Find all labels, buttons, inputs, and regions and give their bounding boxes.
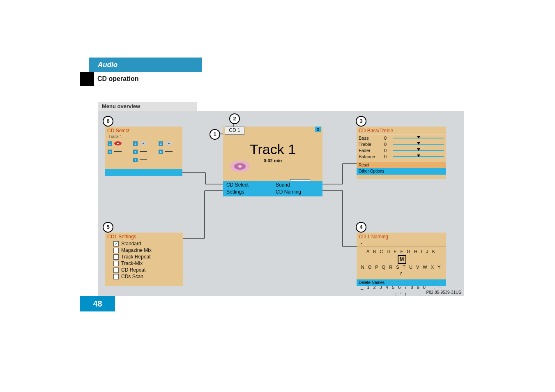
sound-row-label: Fader xyxy=(357,148,380,153)
slider[interactable] xyxy=(393,154,444,159)
panel-cd-select-footer xyxy=(105,169,182,176)
sound-row-value: 0 xyxy=(380,154,391,159)
cd-slot-1-label: 1 xyxy=(108,141,112,146)
cd-slot-4[interactable]: 4 xyxy=(108,149,126,154)
subsection-header: Menu overview xyxy=(98,102,197,111)
panel-settings: CD1 Settings ✔ Standard Magazine Mix Tra… xyxy=(105,233,183,286)
settings-item-label: Magazine Mix xyxy=(121,247,152,253)
empty-slot-icon xyxy=(140,159,147,160)
slider[interactable] xyxy=(393,148,444,152)
svg-point-19 xyxy=(117,143,119,144)
settings-item-label: Standard xyxy=(121,241,141,247)
settings-item[interactable]: CDs Scan xyxy=(105,273,183,280)
keyboard-row-2: N O P Q R S T U V W X Y Z xyxy=(361,265,442,277)
cd-label-button[interactable]: CD 1 xyxy=(225,127,244,135)
cd-slot-2[interactable]: 2 xyxy=(133,141,151,146)
menu-cd-naming[interactable]: CD Naming xyxy=(276,189,319,196)
menu-overview-diagram: 6 1 2 3 4 5 CD Select Track 1 1 2 xyxy=(98,111,464,296)
callout-1: 1 xyxy=(210,129,220,140)
main-bottom-menu: CD Select Sound Settings CD Naming xyxy=(223,181,322,196)
menu-cd-select[interactable]: CD Select xyxy=(226,182,270,189)
cd-slot-1[interactable]: 1 xyxy=(108,141,126,146)
slider[interactable] xyxy=(393,142,444,146)
sound-row-label: Balance xyxy=(357,154,380,159)
callout-5: 5 xyxy=(103,222,113,233)
cd-slot-3[interactable]: 3 xyxy=(159,141,177,146)
section-header: Audio xyxy=(89,58,202,72)
settings-item-label: CDs Scan xyxy=(121,274,143,279)
settings-item-label: Track Repeat xyxy=(121,254,151,260)
panel-naming-title: CD 1 Naming xyxy=(357,233,446,240)
empty-slot-icon xyxy=(114,151,122,152)
sound-row-value: 0 xyxy=(380,142,391,147)
status-badge: S xyxy=(315,127,321,132)
keyboard-key-highlight[interactable]: M xyxy=(398,255,406,264)
sound-row-bass[interactable]: Bass 0 xyxy=(357,135,446,141)
callout-3: 3 xyxy=(356,116,366,127)
settings-item[interactable]: CD Repeat xyxy=(105,267,183,273)
checkbox-icon xyxy=(113,261,119,266)
empty-slot-icon xyxy=(140,151,147,152)
checkbox-checked-icon: ✔ xyxy=(113,241,119,247)
keyboard-row-1: A B C D E F G H I J K xyxy=(366,249,436,254)
callout-2: 2 xyxy=(229,113,240,124)
svg-point-23 xyxy=(168,143,170,144)
panel-main: CD 1 S Track 1 0:02 min Scan CD Select S… xyxy=(223,127,322,196)
sound-row-value: 0 xyxy=(380,136,391,141)
panel-settings-title: CD1 Settings xyxy=(105,233,183,240)
callout-6: 6 xyxy=(103,116,113,127)
checkbox-icon xyxy=(113,274,119,279)
panel-cd-select-subtitle: Track 1 xyxy=(105,134,182,139)
chapter-title: CD operation xyxy=(94,72,467,86)
page-number: 48 xyxy=(80,296,115,311)
settings-item-label: Track-Mix xyxy=(121,261,143,266)
cd-slot-2-label: 2 xyxy=(133,141,138,146)
sound-row-treble[interactable]: Treble 0 xyxy=(357,141,446,147)
sound-reset[interactable]: Reset xyxy=(357,162,446,168)
disc-icon xyxy=(113,141,122,146)
name-input-line[interactable]: - xyxy=(357,240,446,247)
disc-icon xyxy=(229,159,251,173)
cd-slot-4-label: 4 xyxy=(108,150,112,154)
checkbox-icon xyxy=(113,267,119,273)
sound-row-label: Treble xyxy=(357,142,380,147)
checkbox-icon xyxy=(113,254,119,260)
empty-slot-icon xyxy=(165,151,173,152)
callout-4: 4 xyxy=(356,222,366,233)
svg-point-21 xyxy=(143,143,144,144)
delete-names-button[interactable]: Delete Names xyxy=(357,279,446,286)
settings-item[interactable]: Track-Mix xyxy=(105,260,183,267)
sound-row-balance[interactable]: Balance 0 xyxy=(357,153,446,159)
panel-cd-select: CD Select Track 1 1 2 xyxy=(105,127,182,176)
disc-icon xyxy=(139,141,148,146)
sound-other-options[interactable]: Other Options xyxy=(357,168,446,175)
now-playing-track: Track 1 xyxy=(223,141,322,157)
settings-item-label: CD Repeat xyxy=(121,267,145,273)
settings-item[interactable]: Magazine Mix xyxy=(105,247,183,254)
panel-cd-select-title: CD Select xyxy=(105,127,182,134)
menu-sound[interactable]: Sound xyxy=(276,182,319,189)
cd-slot-5-label: 5 xyxy=(133,150,138,154)
sound-row-fader[interactable]: Fader 0 xyxy=(357,147,446,153)
checkbox-icon xyxy=(113,248,119,253)
slider[interactable] xyxy=(393,136,444,140)
panel-sound-title: CD Bass/Treble xyxy=(357,127,446,134)
panel-sound: CD Bass/Treble Bass 0 Treble 0 Fader 0 B… xyxy=(357,127,446,179)
cd-slot-6-label: 6 xyxy=(159,150,163,154)
cd-slot-5[interactable]: 5 xyxy=(133,149,151,154)
sound-row-value: 0 xyxy=(380,148,391,153)
cd-slot-6[interactable]: 6 xyxy=(159,149,177,154)
settings-item[interactable]: ✔ Standard xyxy=(105,240,183,247)
sound-row-label: Bass xyxy=(357,136,380,141)
cd-slot-7-label: 7 xyxy=(133,158,138,162)
settings-item[interactable]: Track Repeat xyxy=(105,254,183,260)
menu-settings[interactable]: Settings xyxy=(226,189,270,196)
panel-naming: CD 1 Naming - A B C D E F G H I J K M N … xyxy=(357,233,446,286)
svg-point-26 xyxy=(238,165,242,168)
chapter-marker xyxy=(80,72,94,86)
cd-slot-3-label: 3 xyxy=(159,141,163,146)
cd-slot-7[interactable]: 7 xyxy=(133,157,151,163)
disc-icon xyxy=(164,141,173,146)
figure-id: P82.85-9539-31US xyxy=(426,290,461,295)
